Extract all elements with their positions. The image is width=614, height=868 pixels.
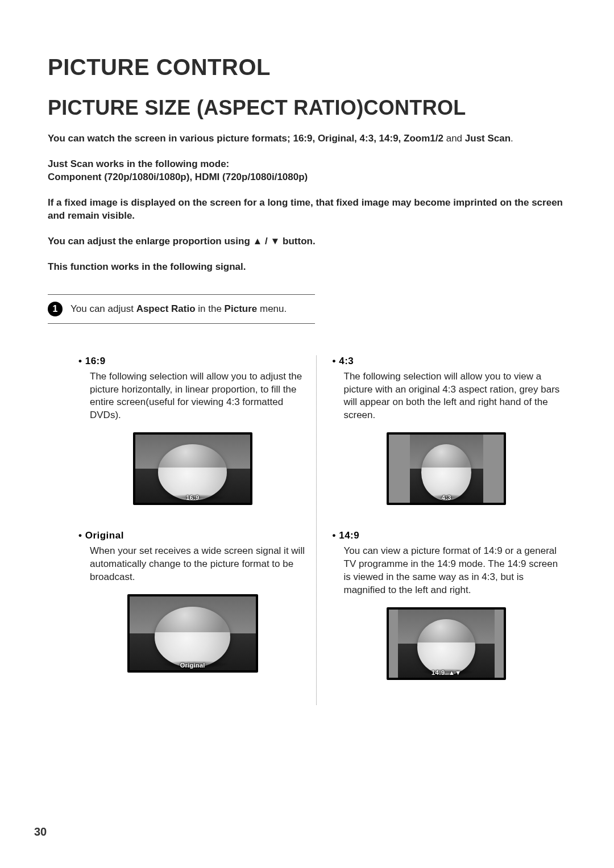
page-number: 30 <box>34 825 47 838</box>
step-text: You can adjust Aspect Ratio in the Pictu… <box>70 303 287 315</box>
section-title: PICTURE SIZE (ASPECT RATIO)CONTROL <box>48 96 570 120</box>
mode-illustration: 4:3 <box>333 432 561 505</box>
mode-title: • 14:9 <box>333 530 561 541</box>
intro-signal: This function works in the following sig… <box>48 261 570 274</box>
tv-label: 14:9 <box>387 669 506 676</box>
column-right: • 4:3 The following selection will allow… <box>316 356 570 706</box>
tv-frame: 14:9 <box>387 607 506 680</box>
mode-title: • Original <box>78 530 307 541</box>
manual-page: PICTURE CONTROL PICTURE SIZE (ASPECT RAT… <box>0 0 614 868</box>
mode-illustration: 16:9 <box>78 432 307 505</box>
page-title: PICTURE CONTROL <box>48 55 570 80</box>
step-1: 1 You can adjust Aspect Ratio in the Pic… <box>48 295 315 324</box>
column-left: • 16:9 The following selection will allo… <box>48 356 316 706</box>
step-number-badge: 1 <box>48 302 63 316</box>
intro-burnin: If a fixed image is displayed on the scr… <box>48 197 570 223</box>
tv-frame: Original <box>127 594 258 673</box>
mode-illustration: 14:9 <box>333 607 561 680</box>
triangle-up-icon <box>449 669 455 676</box>
triangle-up-icon <box>253 236 263 247</box>
mode-title: • 16:9 <box>78 356 307 367</box>
tv-frame: 16:9 <box>133 432 252 505</box>
modes-columns: • 16:9 The following selection will allo… <box>48 356 570 706</box>
mode-body: The following selection will allow you t… <box>333 370 560 423</box>
mode-illustration: Original <box>78 594 307 673</box>
mode-16-9: • 16:9 The following selection will allo… <box>78 356 307 506</box>
triangle-down-icon <box>455 669 461 676</box>
tv-label: 16:9 <box>133 494 252 501</box>
triangle-down-icon <box>271 236 280 247</box>
mode-14-9: • 14:9 You can view a picture format of … <box>333 530 561 680</box>
mode-title: • 4:3 <box>333 356 561 367</box>
intro-formats: You can watch the screen in various pict… <box>48 132 570 145</box>
intro-justscan: Just Scan works in the following mode: C… <box>48 158 570 184</box>
tv-frame: 4:3 <box>387 432 506 505</box>
mode-body: The following selection will allow you t… <box>78 370 306 423</box>
mode-body: You can view a picture format of 14:9 or… <box>333 545 560 597</box>
tv-label: Original <box>127 662 258 669</box>
tv-label: 4:3 <box>387 494 506 501</box>
mode-body: When your set receives a wide screen sig… <box>78 545 306 584</box>
intro-arrows: You can adjust the enlarge proportion us… <box>48 235 570 248</box>
mode-original: • Original When your set receives a wide… <box>78 530 307 673</box>
mode-4-3: • 4:3 The following selection will allow… <box>333 356 561 506</box>
